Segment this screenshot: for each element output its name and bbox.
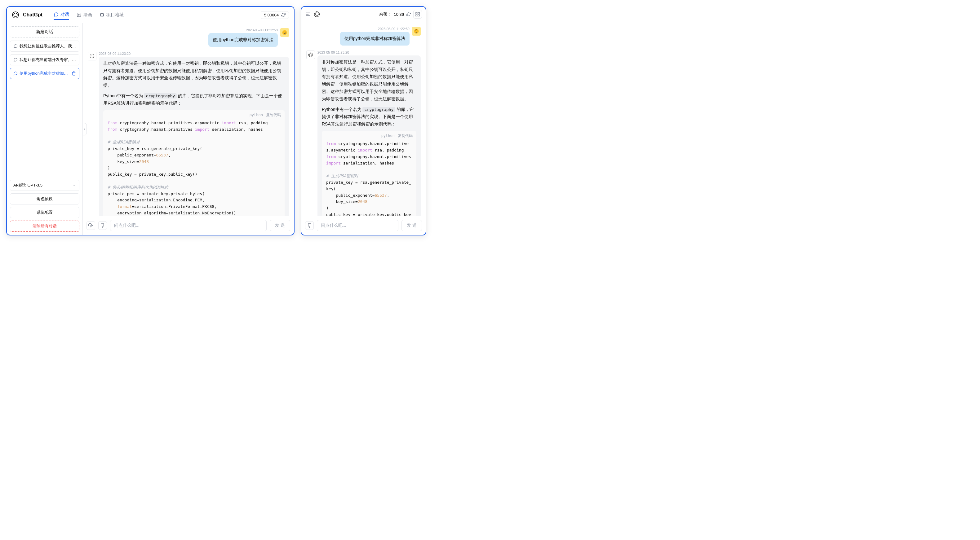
message-input[interactable]: 问点什么吧... bbox=[110, 220, 267, 231]
code-lang-label: python bbox=[250, 112, 263, 118]
topbar: ChatGpt 对话 绘画 项目地址 5.00004 bbox=[7, 7, 294, 23]
cloud-upload-icon bbox=[88, 223, 93, 228]
svg-rect-13 bbox=[418, 13, 420, 14]
svg-point-0 bbox=[13, 12, 19, 18]
input-row: 问点什么吧... 发 送 bbox=[301, 216, 426, 235]
user-avatar bbox=[280, 28, 289, 37]
brush-icon bbox=[100, 223, 105, 228]
ai-paragraph-1: 非对称加密算法是一种加密方式，它使用一对密钥，即公钥和私钥，其中公钥可以公开，私… bbox=[103, 60, 285, 89]
sidebar: 新建对话 我想让你担任歌曲推荐人。我将为... 我想让你充当前端开发专家。我将.… bbox=[7, 23, 83, 235]
nav-tab-chat[interactable]: 对话 bbox=[54, 10, 69, 20]
input-row: 问点什么吧... 发 送 bbox=[83, 216, 294, 235]
system-config-button[interactable]: 系统配置 bbox=[10, 207, 80, 218]
conversation-label: 我想让你充当前端开发专家。我将... bbox=[19, 57, 76, 63]
message-time: 2023-05-09 11:22:59 bbox=[246, 28, 278, 32]
code-body: from cryptography.hazmat.primitives.asym… bbox=[103, 120, 285, 216]
code-copy-button[interactable]: 复制代码 bbox=[398, 133, 413, 139]
topbar-right: 5.00004 bbox=[261, 11, 289, 19]
menu-icon[interactable] bbox=[305, 11, 311, 17]
message-time: 2023-05-09 11:23:20 bbox=[317, 51, 421, 54]
grid-icon bbox=[415, 12, 420, 17]
messages-scroll[interactable]: 2023-05-09 11:22:59 使用python完成非对称加密算法 20… bbox=[301, 22, 426, 216]
chat-icon bbox=[13, 71, 18, 76]
message-time: 2023-05-09 11:23:20 bbox=[99, 52, 289, 56]
ai-paragraph-2: Python中有一个名为 cryptography 的库，它提供了非对称加密算法… bbox=[322, 106, 416, 128]
model-select[interactable]: AI模型: GPT-3.5 bbox=[10, 180, 80, 191]
code-header: python 复制代码 bbox=[322, 131, 416, 141]
new-chat-button[interactable]: 新建对话 bbox=[10, 26, 80, 38]
conversation-item-2[interactable]: 使用python完成非对称加密算法 bbox=[10, 68, 80, 79]
model-select-label: AI模型: GPT-3.5 bbox=[13, 183, 43, 188]
upload-button[interactable] bbox=[86, 221, 95, 230]
app-title: ChatGpt bbox=[23, 12, 43, 17]
body-row: 新建对话 我想让你担任歌曲推荐人。我将为... 我想让你充当前端开发专家。我将.… bbox=[7, 23, 294, 235]
ai-avatar bbox=[306, 51, 315, 59]
ai-message-bubble: 非对称加密算法是一种加密方式，它使用一对密钥，即公钥和私钥，其中公钥可以公开，私… bbox=[317, 56, 421, 216]
code-header: python 复制代码 bbox=[103, 110, 285, 120]
ai-message-bubble: 非对称加密算法是一种加密方式，它使用一对密钥，即公钥和私钥，其中公钥可以公开，私… bbox=[99, 57, 289, 216]
nav-tab-repo[interactable]: 项目地址 bbox=[100, 10, 124, 20]
balance-display[interactable]: 5.00004 bbox=[261, 11, 289, 19]
message-time: 2023-05-09 11:22:59 bbox=[378, 27, 410, 31]
brush-icon bbox=[307, 223, 312, 228]
brush-button[interactable] bbox=[305, 221, 314, 230]
send-button[interactable]: 发 送 bbox=[401, 220, 422, 231]
svg-point-11 bbox=[314, 12, 320, 17]
message-input[interactable]: 问点什么吧... bbox=[317, 220, 398, 231]
svg-point-19 bbox=[309, 52, 313, 57]
github-icon bbox=[100, 13, 105, 17]
conversation-item-1[interactable]: 我想让你充当前端开发专家。我将... bbox=[10, 54, 80, 65]
balance-value: 5.00004 bbox=[264, 13, 279, 17]
image-icon bbox=[76, 13, 81, 17]
brush-button[interactable] bbox=[98, 221, 107, 230]
svg-point-18 bbox=[417, 30, 417, 31]
chat-area-narrow: 2023-05-09 11:22:59 使用python完成非对称加密算法 20… bbox=[301, 22, 426, 235]
conversation-label: 我想让你担任歌曲推荐人。我将为... bbox=[19, 43, 76, 49]
chat-icon bbox=[54, 12, 59, 17]
nav-tab-chat-label: 对话 bbox=[60, 12, 69, 17]
user-message-bubble: 使用python完成非对称加密算法 bbox=[340, 32, 410, 46]
svg-point-17 bbox=[415, 30, 416, 31]
openai-icon bbox=[308, 52, 313, 58]
nav-tabs: 对话 绘画 项目地址 bbox=[54, 10, 124, 20]
svg-point-6 bbox=[90, 54, 94, 58]
svg-rect-12 bbox=[416, 13, 417, 14]
delete-icon[interactable] bbox=[72, 71, 76, 76]
conversation-item-0[interactable]: 我想让你担任歌曲推荐人。我将为... bbox=[10, 41, 80, 52]
topbar-mini: 余额： 10.36 bbox=[301, 7, 426, 22]
nav-tab-draw[interactable]: 绘画 bbox=[76, 10, 92, 20]
svg-rect-15 bbox=[416, 14, 417, 16]
sidebar-footer: AI模型: GPT-3.5 角色预设 系统配置 清除所有对话 bbox=[10, 180, 80, 232]
ai-paragraph-1: 非对称加密算法是一种加密方式，它使用一对密钥，即公钥和私钥，其中公钥可以公开，私… bbox=[322, 59, 416, 103]
refresh-icon[interactable] bbox=[406, 12, 411, 16]
nav-tab-draw-label: 绘画 bbox=[83, 12, 92, 17]
clear-all-button[interactable]: 清除所有对话 bbox=[10, 221, 80, 232]
balance-label: 余额： bbox=[379, 11, 391, 17]
inline-code: cryptography bbox=[363, 107, 395, 112]
messages-scroll[interactable]: 2023-05-09 11:22:59 使用python完成非对称加密算法 20… bbox=[83, 23, 294, 216]
ai-paragraph-2: Python中有一个名为 cryptography 的库，它提供了非对称加密算法… bbox=[103, 92, 285, 107]
ai-avatar bbox=[88, 52, 96, 60]
message-user: 2023-05-09 11:22:59 使用python完成非对称加密算法 bbox=[88, 28, 289, 47]
app-logo-icon bbox=[12, 11, 19, 19]
user-face-icon bbox=[414, 29, 419, 34]
send-button[interactable]: 发 送 bbox=[270, 220, 290, 231]
conversation-label: 使用python完成非对称加密算法 bbox=[19, 71, 70, 76]
grid-button[interactable] bbox=[413, 10, 422, 19]
message-ai: 2023-05-09 11:23:20 非对称加密算法是一种加密方式，它使用一对… bbox=[306, 51, 421, 216]
balance-value: 10.36 bbox=[394, 12, 404, 17]
code-copy-button[interactable]: 复制代码 bbox=[266, 112, 281, 118]
message-ai: 2023-05-09 11:23:20 非对称加密算法是一种加密方式，它使用一对… bbox=[88, 52, 289, 216]
message-user: 2023-05-09 11:22:59 使用python完成非对称加密算法 bbox=[306, 27, 421, 46]
svg-point-4 bbox=[284, 32, 284, 32]
svg-point-5 bbox=[285, 32, 286, 32]
user-face-icon bbox=[282, 30, 287, 35]
inline-code: cryptography bbox=[144, 93, 177, 98]
sidebar-collapse-handle[interactable]: ‹ bbox=[83, 123, 87, 135]
nav-tab-repo-label: 项目地址 bbox=[107, 12, 124, 17]
chat-icon bbox=[13, 58, 18, 62]
code-block: python 复制代码 from cryptography.hazmat.pri… bbox=[322, 131, 416, 216]
user-message-bubble: 使用python完成非对称加密算法 bbox=[208, 33, 278, 47]
role-preset-button[interactable]: 角色预设 bbox=[10, 193, 80, 205]
chevron-down-icon bbox=[72, 183, 76, 187]
